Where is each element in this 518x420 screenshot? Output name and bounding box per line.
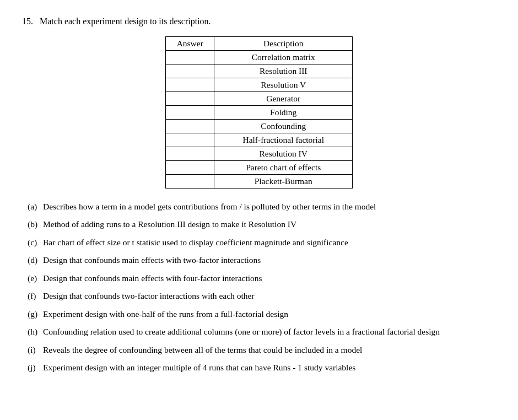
list-item-label: (e) [28,272,43,284]
table-row: Pareto chart of effects [166,161,353,175]
table-cell-answer[interactable] [166,64,214,78]
table-cell-answer[interactable] [166,147,214,161]
list-item-text: Design that confounds two-factor interac… [43,290,490,302]
list-item-text: Bar chart of effect size or t statisic u… [43,236,490,249]
list-item-text: Experiment design with an integer multip… [43,362,490,374]
table-cell-answer[interactable] [166,51,214,64]
table-header-answer: Answer [166,37,214,51]
table-cell-description: Half-fractional factorial [214,133,353,147]
table-header-description: Description [214,37,353,51]
list-item-text: Confounding relation used to create addi… [43,326,490,338]
list-item-label: (c) [28,236,43,249]
table-cell-description: Plackett-Burman [214,175,353,189]
table-cell-answer[interactable] [166,106,214,120]
table-cell-description: Pareto chart of effects [214,161,353,175]
table-cell-answer[interactable] [166,78,214,92]
match-table-container: Answer Description Correlation matrixRes… [22,36,496,189]
table-cell-answer[interactable] [166,133,214,147]
list-item-text: Design that confounds main effects with … [43,272,490,284]
list-item-label: (h) [28,326,43,338]
question-prompt: Match each experiment design to its desc… [40,17,211,26]
list-item: (a)Describes how a term in a model gets … [28,201,490,213]
list-item: (h)Confounding relation used to create a… [28,326,490,338]
question-number: 15. [22,17,33,26]
list-item-label: (g) [28,308,43,320]
table-cell-answer[interactable] [166,175,214,189]
list-item: (f)Design that confounds two-factor inte… [28,290,490,302]
list-item-label: (f) [28,290,43,302]
table-row: Half-fractional factorial [166,133,353,147]
list-item: (e)Design that confounds main effects wi… [28,272,490,284]
list-item-label: (j) [28,362,43,374]
question-header: 15. Match each experiment design to its … [22,17,496,26]
list-item-label: (i) [28,344,43,356]
list-item-text: Experiment design with one-half of the r… [43,308,490,320]
table-row: Folding [166,106,353,120]
table-cell-answer[interactable] [166,120,214,133]
table-row: Confounding [166,120,353,133]
list-item-label: (b) [28,218,43,230]
table-row: Plackett-Burman [166,175,353,189]
list-item-label: (a) [28,201,43,213]
list-item: (j)Experiment design with an integer mul… [28,362,490,374]
table-cell-description: Generator [214,92,353,106]
table-row: Resolution III [166,64,353,78]
list-item: (b)Method of adding runs to a Resolution… [28,218,490,230]
list-item-text: Design that confounds main effects with … [43,254,490,266]
table-cell-description: Resolution IV [214,147,353,161]
table-cell-description: Correlation matrix [214,51,353,64]
table-cell-description: Resolution III [214,64,353,78]
descriptions-list: (a)Describes how a term in a model gets … [28,201,490,374]
list-item-text: Describes how a term in a model gets con… [43,201,490,213]
list-item-text: Method of adding runs to a Resolution II… [43,218,490,230]
table-row: Resolution V [166,78,353,92]
list-item: (i)Reveals the degree of confounding bet… [28,344,490,356]
table-cell-answer[interactable] [166,161,214,175]
table-row: Correlation matrix [166,51,353,64]
table-row: Resolution IV [166,147,353,161]
table-cell-description: Confounding [214,120,353,133]
list-item: (g)Experiment design with one-half of th… [28,308,490,320]
table-row: Generator [166,92,353,106]
table-cell-answer[interactable] [166,92,214,106]
list-item-text: Reveals the degree of confounding betwee… [43,344,490,356]
table-cell-description: Resolution V [214,78,353,92]
list-item: (d)Design that confounds main effects wi… [28,254,490,266]
table-cell-description: Folding [214,106,353,120]
list-item: (c)Bar chart of effect size or t statisi… [28,236,490,249]
match-table: Answer Description Correlation matrixRes… [165,36,353,189]
list-item-label: (d) [28,254,43,266]
